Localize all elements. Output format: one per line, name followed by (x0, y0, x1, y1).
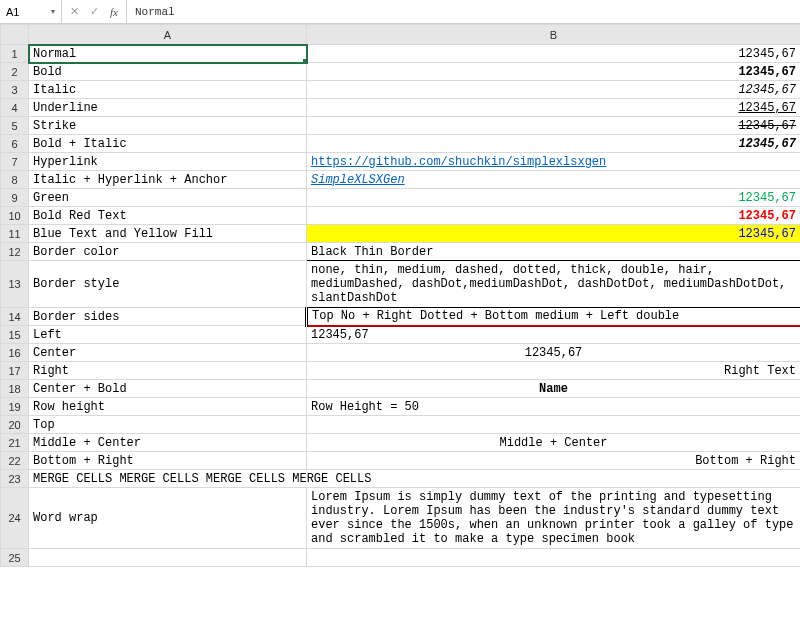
name-box-value: A1 (6, 6, 19, 18)
cell-b5[interactable]: 12345,67 (307, 117, 801, 135)
cell-b16[interactable]: 12345,67 (307, 344, 801, 362)
col-header-a[interactable]: A (29, 25, 307, 45)
cell-a9[interactable]: Green (29, 189, 307, 207)
cell-b18[interactable]: Name (307, 380, 801, 398)
cell-a5[interactable]: Strike (29, 117, 307, 135)
cell-a18[interactable]: Center + Bold (29, 380, 307, 398)
cell-a14[interactable]: Border sides (29, 308, 307, 326)
cell-b12[interactable]: Black Thin Border (307, 243, 801, 261)
row-header[interactable]: 14 (1, 308, 29, 326)
cell-a7[interactable]: Hyperlink (29, 153, 307, 171)
enter-icon[interactable]: ✓ (88, 5, 100, 18)
spreadsheet[interactable]: A B 1 Normal 12345,67 2 Bold 12345,67 3 … (0, 24, 800, 567)
cell-b10[interactable]: 12345,67 (307, 207, 801, 225)
col-header-b[interactable]: B (307, 25, 801, 45)
chevron-down-icon[interactable]: ▾ (49, 8, 57, 16)
row-header[interactable]: 18 (1, 380, 29, 398)
row-header[interactable]: 6 (1, 135, 29, 153)
cell-b11[interactable]: 12345,67 (307, 225, 801, 243)
row-header[interactable]: 13 (1, 261, 29, 308)
cell-a20[interactable]: Top (29, 416, 307, 434)
row-header[interactable]: 16 (1, 344, 29, 362)
cell-a25[interactable] (29, 549, 307, 567)
cell-a11[interactable]: Blue Text and Yellow Fill (29, 225, 307, 243)
row-header[interactable]: 5 (1, 117, 29, 135)
row-header[interactable]: 15 (1, 326, 29, 344)
row-header[interactable]: 23 (1, 470, 29, 488)
row-header[interactable]: 12 (1, 243, 29, 261)
row-header[interactable]: 24 (1, 488, 29, 549)
cell-b20[interactable] (307, 416, 801, 434)
row-header[interactable]: 17 (1, 362, 29, 380)
row-header[interactable]: 25 (1, 549, 29, 567)
cell-a4[interactable]: Underline (29, 99, 307, 117)
cell-b25[interactable] (307, 549, 801, 567)
cancel-icon[interactable]: ✕ (68, 5, 80, 18)
cell-b19[interactable]: Row Height = 50 (307, 398, 801, 416)
cell-a8[interactable]: Italic + Hyperlink + Anchor (29, 171, 307, 189)
cell-b4[interactable]: 12345,67 (307, 99, 801, 117)
cell-b9[interactable]: 12345,67 (307, 189, 801, 207)
row-header[interactable]: 1 (1, 45, 29, 63)
row-header[interactable]: 2 (1, 63, 29, 81)
cell-b2[interactable]: 12345,67 (307, 63, 801, 81)
row-header[interactable]: 20 (1, 416, 29, 434)
cell-a12[interactable]: Border color (29, 243, 307, 261)
cell-a3[interactable]: Italic (29, 81, 307, 99)
row-header[interactable]: 19 (1, 398, 29, 416)
cell-b21[interactable]: Middle + Center (307, 434, 801, 452)
formula-input-value: Normal (135, 6, 175, 18)
row-header[interactable]: 11 (1, 225, 29, 243)
formula-bar: A1 ▾ ✕ ✓ fx Normal (0, 0, 800, 24)
formula-input[interactable]: Normal (127, 0, 800, 23)
row-header[interactable]: 10 (1, 207, 29, 225)
row-header[interactable]: 8 (1, 171, 29, 189)
fx-icon[interactable]: fx (108, 6, 120, 18)
cell-b7[interactable]: https://github.com/shuchkin/simplexlsxge… (307, 153, 801, 171)
cell-b22[interactable]: Bottom + Right (307, 452, 801, 470)
cell-b14[interactable]: Top No + Right Dotted + Bottom medium + … (307, 308, 801, 326)
row-header[interactable]: 4 (1, 99, 29, 117)
cell-b24[interactable]: Lorem Ipsum is simply dummy text of the … (307, 488, 801, 549)
cell-a23-merged[interactable]: MERGE CELLS MERGE CELLS MERGE CELLS MERG… (29, 470, 801, 488)
cell-a6[interactable]: Bold + Italic (29, 135, 307, 153)
formula-bar-buttons: ✕ ✓ fx (62, 0, 127, 23)
row-header[interactable]: 7 (1, 153, 29, 171)
cell-b17[interactable]: Right Text (307, 362, 801, 380)
cell-a16[interactable]: Center (29, 344, 307, 362)
cell-b3[interactable]: 12345,67 (307, 81, 801, 99)
cell-b6[interactable]: 12345,67 (307, 135, 801, 153)
select-all-corner[interactable] (1, 25, 29, 45)
row-header[interactable]: 21 (1, 434, 29, 452)
cell-a24[interactable]: Word wrap (29, 488, 307, 549)
cell-a15[interactable]: Left (29, 326, 307, 344)
row-header[interactable]: 22 (1, 452, 29, 470)
cell-b15[interactable]: 12345,67 (307, 326, 801, 344)
name-box[interactable]: A1 ▾ (0, 0, 62, 23)
cell-a19[interactable]: Row height (29, 398, 307, 416)
cell-a22[interactable]: Bottom + Right (29, 452, 307, 470)
row-header[interactable]: 3 (1, 81, 29, 99)
cell-a1[interactable]: Normal (29, 45, 307, 63)
cell-a17[interactable]: Right (29, 362, 307, 380)
cell-a21[interactable]: Middle + Center (29, 434, 307, 452)
cell-a10[interactable]: Bold Red Text (29, 207, 307, 225)
cell-b8[interactable]: SimpleXLSXGen (307, 171, 801, 189)
cell-b13[interactable]: none, thin, medium, dashed, dotted, thic… (307, 261, 801, 308)
cell-a2[interactable]: Bold (29, 63, 307, 81)
row-header[interactable]: 9 (1, 189, 29, 207)
cell-b1[interactable]: 12345,67 (307, 45, 801, 63)
cell-a13[interactable]: Border style (29, 261, 307, 308)
